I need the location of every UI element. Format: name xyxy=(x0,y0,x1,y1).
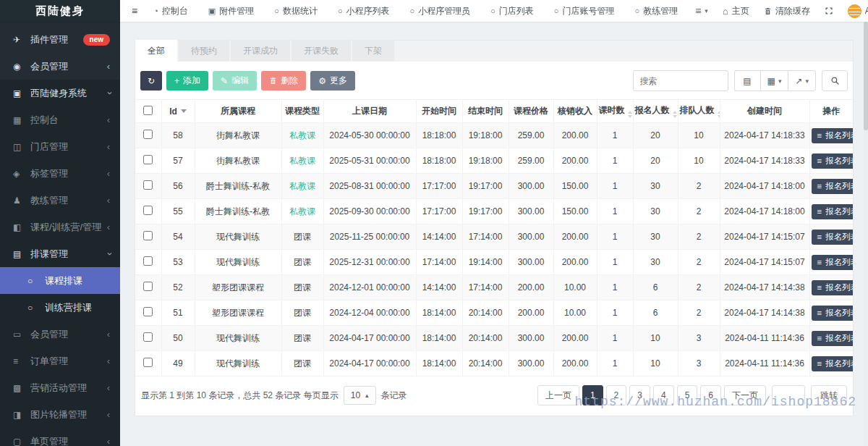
toggle-view-button[interactable]: ▤ xyxy=(734,70,760,91)
signup-list-button[interactable]: ≡报名列表 xyxy=(812,356,854,371)
column-header-所属课程[interactable]: 所属课程 xyxy=(195,100,281,123)
signup-list-button[interactable]: ≡报名列表 xyxy=(812,306,854,321)
add-button[interactable]: +添加 xyxy=(166,71,208,91)
nav-user-menu[interactable]: Admin xyxy=(841,0,868,22)
sidebar-item-训练营排课[interactable]: ○训练营排课 xyxy=(0,294,120,321)
column-header-开始时间[interactable]: 开始时间 xyxy=(416,100,462,123)
sidebar-item-门店管理[interactable]: ◫门店管理‹ xyxy=(0,133,120,160)
page-button-6[interactable]: 6 xyxy=(700,385,721,405)
signup-list-button[interactable]: ≡报名列表 xyxy=(812,204,854,219)
signup-list-button[interactable]: ≡报名列表 xyxy=(812,128,854,143)
cell-income: 200.00 xyxy=(553,123,597,148)
column-header-操作[interactable]: 操作 xyxy=(809,100,853,123)
signup-list-button[interactable]: ≡报名列表 xyxy=(812,255,854,270)
sidebar-item-图片轮播管理[interactable]: ◨图片轮播管理‹ xyxy=(0,401,120,428)
row-checkbox[interactable] xyxy=(143,332,153,342)
navbar-item-附件管理[interactable]: ▣附件管理 xyxy=(198,0,264,22)
navbar-item-小程序管理员[interactable]: ○小程序管理员 xyxy=(400,0,481,22)
row-checkbox[interactable] xyxy=(143,180,153,190)
nav-clear-cache[interactable]: 清除缓存 xyxy=(757,0,817,22)
navbar-item-控制台[interactable]: ◔控制台 xyxy=(143,0,198,22)
row-checkbox[interactable] xyxy=(143,231,153,240)
navbar-item-门店账号管理[interactable]: ○门店账号管理 xyxy=(544,0,625,22)
column-header-课程类型[interactable]: 课程类型 xyxy=(281,100,323,123)
scrollbar-thumb[interactable] xyxy=(864,22,868,130)
signup-list-button[interactable]: ≡报名列表 xyxy=(812,179,854,194)
cell-income: 150.00 xyxy=(553,199,597,224)
search-input[interactable] xyxy=(633,70,728,91)
signup-list-button[interactable]: ≡报名列表 xyxy=(812,280,854,295)
signup-list-button[interactable]: ≡报名列表 xyxy=(812,331,854,346)
cell-start-time: 18:14:00 xyxy=(416,326,462,351)
signup-list-button[interactable]: ≡报名列表 xyxy=(812,230,854,245)
nav-fullscreen[interactable] xyxy=(817,0,841,22)
sidebar-item-课程/训练营/管理[interactable]: ◧课程/训练营/管理‹ xyxy=(0,214,120,240)
page-jump-input[interactable] xyxy=(772,385,805,405)
column-header-Id[interactable]: Id xyxy=(161,100,195,123)
column-header-课时数[interactable]: 课时数 xyxy=(597,100,633,123)
sidebar-item-营销活动管理[interactable]: ▩营销活动管理‹ xyxy=(0,374,120,401)
tab-开课失败[interactable]: 开课失败 xyxy=(292,40,351,62)
sidebar-item-标签管理[interactable]: ◈标签管理‹ xyxy=(0,160,120,187)
refresh-button[interactable]: ↻ xyxy=(140,71,162,91)
navbar-item-小程序列表[interactable]: ○小程序列表 xyxy=(328,0,400,22)
tab-下架[interactable]: 下架 xyxy=(352,40,394,62)
page-button-1[interactable]: 1 xyxy=(582,385,603,405)
row-checkbox[interactable] xyxy=(143,358,153,367)
search-button[interactable] xyxy=(822,70,848,91)
row-checkbox[interactable] xyxy=(143,130,153,139)
more-button[interactable]: ⚙更多 xyxy=(310,71,355,91)
row-checkbox[interactable] xyxy=(143,155,153,164)
delete-button[interactable]: 删除 xyxy=(261,71,306,91)
page-button-4[interactable]: 4 xyxy=(653,385,674,405)
navbar-item-教练管理[interactable]: ○教练管理 xyxy=(625,0,689,22)
sidebar-item-西陆健身系统[interactable]: ▣西陆健身系统‹ xyxy=(0,80,120,106)
columns-button[interactable]: ▦▾ xyxy=(760,70,788,91)
sidebar-item-会员管理[interactable]: ◉会员管理‹ xyxy=(0,53,120,80)
sidebar-item-排课管理[interactable]: ▤排课管理‹ xyxy=(0,240,120,267)
column-header-上课日期[interactable]: 上课日期 xyxy=(323,100,416,123)
tab-待预约[interactable]: 待预约 xyxy=(179,40,229,62)
edit-button[interactable]: ✎编辑 xyxy=(213,71,257,91)
sidebar-item-插件管理[interactable]: ✈插件管理new xyxy=(0,26,120,53)
cell-signup-count: 30 xyxy=(633,224,678,250)
signup-list-button[interactable]: ≡报名列表 xyxy=(812,153,854,169)
select-all-checkbox[interactable] xyxy=(143,106,153,115)
sidebar-item-单页管理[interactable]: ▢单页管理‹ xyxy=(0,428,120,446)
nav-home[interactable]: ⌂ 主页 xyxy=(715,0,757,22)
page-size-select[interactable]: 10 ▴ xyxy=(344,386,376,405)
nav-list-dropdown[interactable]: ≡ ▾ xyxy=(688,0,715,22)
prev-page-button[interactable]: 上一页 xyxy=(537,385,579,405)
cell-end-time: 19:14:00 xyxy=(462,250,509,275)
tab-全部[interactable]: 全部 xyxy=(135,40,177,62)
column-header-核销收入[interactable]: 核销收入 xyxy=(553,100,597,123)
next-page-button[interactable]: 下一页 xyxy=(724,385,766,405)
sidebar-toggle-button[interactable]: ≡ xyxy=(126,5,143,17)
column-header-课程价格[interactable]: 课程价格 xyxy=(509,100,553,123)
page-scrollbar[interactable] xyxy=(864,22,868,446)
column-header-结束时间[interactable]: 结束时间 xyxy=(462,100,509,123)
sidebar-item-label: 西陆健身系统 xyxy=(30,87,107,100)
sort-both-icon xyxy=(718,111,720,118)
row-checkbox[interactable] xyxy=(143,282,153,291)
export-button[interactable]: ↗▾ xyxy=(788,70,816,91)
tab-开课成功[interactable]: 开课成功 xyxy=(231,40,290,62)
page-jump-button[interactable]: 跳转 xyxy=(811,385,847,405)
sidebar-item-订单管理[interactable]: ≡订单管理‹ xyxy=(0,348,120,374)
table-row: 51塑形团课课程团课2024-12-04 00:00:0018:14:0020:… xyxy=(135,300,853,326)
sidebar-item-控制台[interactable]: ▦控制台‹ xyxy=(0,106,120,133)
page-button-5[interactable]: 5 xyxy=(677,385,698,405)
column-header-创建时间[interactable]: 创建时间 xyxy=(720,100,809,123)
navbar-item-门店列表[interactable]: ○门店列表 xyxy=(480,0,544,22)
column-header-报名人数[interactable]: 报名人数 xyxy=(633,100,678,123)
page-button-2[interactable]: 2 xyxy=(606,385,627,405)
row-checkbox[interactable] xyxy=(143,307,153,316)
page-button-3[interactable]: 3 xyxy=(629,385,650,405)
sidebar-item-教练管理[interactable]: ♟教练管理‹ xyxy=(0,187,120,214)
navbar-item-数据统计[interactable]: ○数据统计 xyxy=(264,0,328,22)
row-checkbox[interactable] xyxy=(143,256,153,266)
sidebar-item-课程排课[interactable]: ○课程排课 xyxy=(0,267,120,294)
row-checkbox[interactable] xyxy=(143,206,153,215)
column-header-排队人数[interactable]: 排队人数 xyxy=(678,100,720,123)
sidebar-item-会员管理[interactable]: ▭会员管理‹ xyxy=(0,321,120,348)
